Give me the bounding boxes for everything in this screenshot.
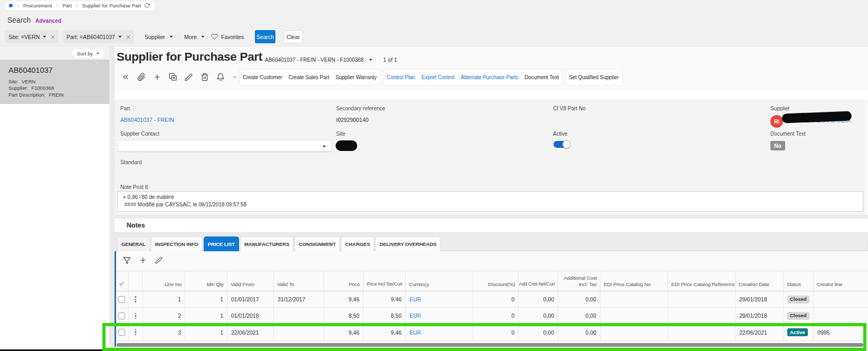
alternate-purchase-parts-button[interactable]: Alternate Purchase Parts [457,70,521,85]
column-header-line-no[interactable]: Line No [143,271,185,291]
column-header-status[interactable]: Status [784,271,814,291]
tab-manufacturers[interactable]: MANUFACTURERS [240,236,293,251]
record-count: 1 of 1 [383,56,397,63]
column-header-valid-to[interactable]: Valid To [274,271,324,291]
tab-strip: GENERALINSPECTION INFOPRICE LISTMANUFACT… [115,236,868,251]
record-toolbar [121,71,241,83]
filter-icon[interactable] [123,257,131,264]
export-control-button[interactable]: Export Control [418,70,458,85]
cell-additional-cost: 0,00 [558,308,600,324]
caret-down-icon[interactable] [42,34,47,39]
standard-label: Standard [120,159,142,165]
cell-creation-date: 29/01/2018 [736,291,784,307]
currency-link[interactable]: EUR [409,312,421,319]
secondary-reference-label: Secondary reference [336,106,385,111]
row-menu-icon[interactable] [135,313,137,319]
row-checkbox[interactable] [118,296,125,303]
breadcrumb-separator-icon [75,4,79,8]
cell-status: Closed [784,308,814,324]
column-header-add-cost[interactable]: Add Cost Net/Curr [519,271,558,291]
cell-creator-line [814,308,868,324]
column-header-additional-cost[interactable]: Additional Cost Incl. Tax [558,271,600,291]
tab-inspection-info[interactable]: INSPECTION INFO [151,236,203,251]
tab-price-list[interactable]: PRICE LIST [204,236,239,251]
advanced-search-link[interactable]: Advanced [35,18,61,24]
control-plan-button[interactable]: Control Plan [384,70,418,85]
record-selector-label: AB60401037 - FREIN - VERN - F1000368 [265,57,364,63]
collapse-left-icon[interactable] [121,73,137,81]
refresh-icon[interactable] [144,3,150,8]
filter-chip[interactable]: Part: =AB60401037 [63,30,134,43]
active-toggle[interactable] [554,141,569,148]
edit-icon[interactable] [155,257,163,264]
status-badge: Closed [787,312,809,320]
record-selector[interactable]: AB60401037 - FREIN - VERN - F1000368 1 o… [265,55,397,64]
column-header-price[interactable]: Price [324,271,364,291]
table-row[interactable]: 2101/01/20188,508,50EUR00,000,0029/01/20… [115,308,868,324]
supplier-contact-input[interactable] [117,140,332,152]
row-menu-icon[interactable] [135,296,137,302]
app-home-dot-icon[interactable] [9,4,13,7]
remove-filter-icon[interactable] [125,34,131,40]
field-value: VERN [22,79,35,84]
currency-link[interactable]: EUR [409,296,421,302]
tab-delivery-overheads[interactable]: DELIVERY OVERHEADS [375,236,441,251]
supplier-warranty-button[interactable]: Supplier Warranty [332,70,380,85]
breadcrumb-item[interactable]: Procurement [23,3,52,8]
column-header-select[interactable] [115,271,129,291]
breadcrumb-item[interactable]: Part [62,3,71,8]
form-card-top [115,91,868,99]
add-icon[interactable] [139,256,147,264]
column-header-price-incl-tax[interactable]: Price Incl Tax/Curr [364,271,406,291]
column-header-creation-date[interactable]: Creation Date [736,271,784,291]
column-header-creator-line[interactable]: Creator line [814,271,868,291]
column-header-row-menu[interactable] [129,271,143,291]
create-sales-part-button[interactable]: Create Sales Part [285,70,332,85]
remove-filter-icon[interactable] [50,34,56,40]
breadcrumb: ProcurementPartSupplier for Purchase Par… [4,1,155,10]
notes-section-header[interactable]: Notes [115,218,868,233]
secondary-reference-value: I0292900140 [336,117,368,123]
tab-consignment[interactable]: CONSIGNMENT [294,236,340,251]
cell-min-qty: 1 [185,291,227,307]
cell-valid-to [274,308,324,324]
caret-down-icon[interactable] [118,34,122,39]
add-icon[interactable] [153,73,169,81]
search-title: Search [7,16,31,24]
search-button[interactable]: Search [255,30,275,43]
delete-icon[interactable] [201,73,216,81]
cell-add-cost: 0,00 [519,291,558,307]
tab-charges[interactable]: CHARGES [341,236,374,251]
note-post-it-text[interactable]: + 0,96 \'80 de matière #### Modifié par … [117,191,863,212]
filter-dropdown-more[interactable]: More [184,30,205,43]
create-customer-button[interactable]: Create Customer [240,70,285,85]
record-list-item-selected[interactable]: AB60401037 Site:VERNSupplier:F1000368Par… [0,60,109,104]
set-qualified-supplier-button[interactable]: Set Qualified Supplier [566,70,622,85]
column-header-edi-price-catalog-no[interactable]: EDI Price Catalog No [600,271,668,291]
column-header-valid-from[interactable]: Valid From [227,271,274,291]
document-text-button[interactable]: Document Text [521,70,562,85]
caret-down-icon [201,34,205,39]
column-header-edi-price-catalog-reference[interactable]: EDI Price Catalog Reference [668,271,736,291]
notification-icon[interactable] [216,73,232,81]
duplicate-icon[interactable] [169,73,185,81]
attachment-icon[interactable] [137,73,153,81]
table-row[interactable]: 1101/01/201731/12/20179,469,46EUR00,000,… [115,291,868,308]
breadcrumb-item[interactable]: Supplier for Purchase Part [82,3,141,8]
clear-button[interactable]: Clear [283,30,303,43]
cell-price-incl-tax: 9,46 [364,291,406,307]
edit-icon[interactable] [185,73,201,81]
column-header-min-qty[interactable]: Min Qty [185,271,227,291]
sort-by-button[interactable]: Sort by [72,49,104,58]
tab-general[interactable]: GENERAL [117,236,150,251]
favorites-button[interactable]: Favorites [211,30,244,43]
column-header-currency[interactable]: Currency [406,271,473,291]
filter-chip[interactable]: Site: =VERN [5,30,59,43]
record-card-field: Part Description:FREIN [8,92,109,98]
row-checkbox[interactable] [118,312,125,319]
column-header-discount[interactable]: Discount(%) [473,271,519,291]
note-post-it-label: Note Post It [120,184,148,190]
filter-dropdown-supplier[interactable]: Supplier [145,30,174,43]
cell-price: 8,50 [324,308,364,324]
part-value-link[interactable]: AB60401037 - FREIN [120,117,174,123]
